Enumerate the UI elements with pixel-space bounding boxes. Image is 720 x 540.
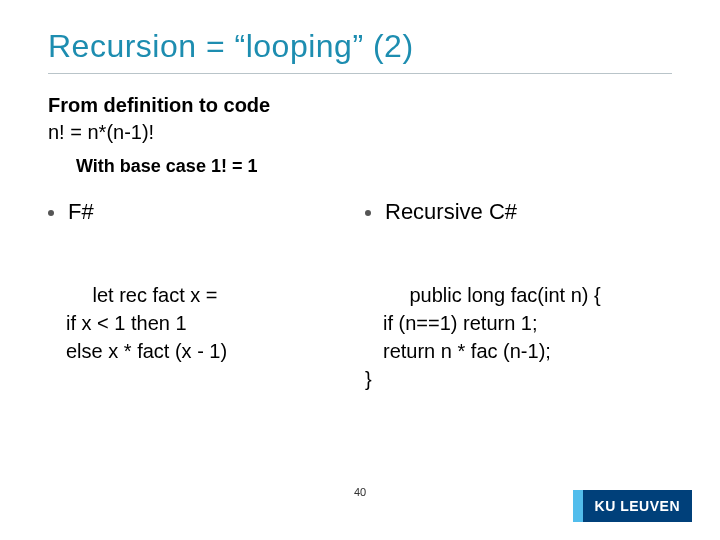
kuleuven-logo: KU LEUVEN — [583, 490, 692, 522]
left-column: F# let rec fact x = if x < 1 then 1else … — [48, 199, 355, 393]
slide-number: 40 — [354, 486, 366, 498]
slide: Recursion = “looping” (2) From definitio… — [0, 0, 720, 540]
intro-line1: From definition to code — [48, 92, 672, 119]
bullet-icon — [365, 210, 371, 216]
left-code: let rec fact x = if x < 1 then 1else x *… — [48, 253, 355, 365]
base-case: With base case 1! = 1 — [76, 156, 672, 177]
code-line: let rec fact x = — [92, 284, 217, 306]
slide-title: Recursion = “looping” (2) — [48, 28, 672, 71]
right-code: public long fac(int n) { if (n==1) retur… — [365, 253, 672, 393]
intro-line2: n! = n*(n-1)! — [48, 119, 672, 146]
title-rule — [48, 73, 672, 74]
right-heading: Recursive C# — [365, 199, 672, 225]
right-heading-text: Recursive C# — [385, 199, 517, 225]
left-heading: F# — [48, 199, 355, 225]
code-line: else x * fact (x - 1) — [48, 337, 355, 365]
left-heading-text: F# — [68, 199, 94, 225]
code-line: public long fac(int n) { — [409, 284, 600, 306]
code-line: } — [365, 368, 372, 390]
code-line: if (n==1) return 1; — [365, 309, 672, 337]
bullet-icon — [48, 210, 54, 216]
code-line: if x < 1 then 1 — [48, 309, 355, 337]
columns: F# let rec fact x = if x < 1 then 1else … — [48, 199, 672, 393]
code-line: return n * fac (n-1); — [365, 337, 672, 365]
right-column: Recursive C# public long fac(int n) { if… — [365, 199, 672, 393]
intro-block: From definition to code n! = n*(n-1)! — [48, 92, 672, 146]
